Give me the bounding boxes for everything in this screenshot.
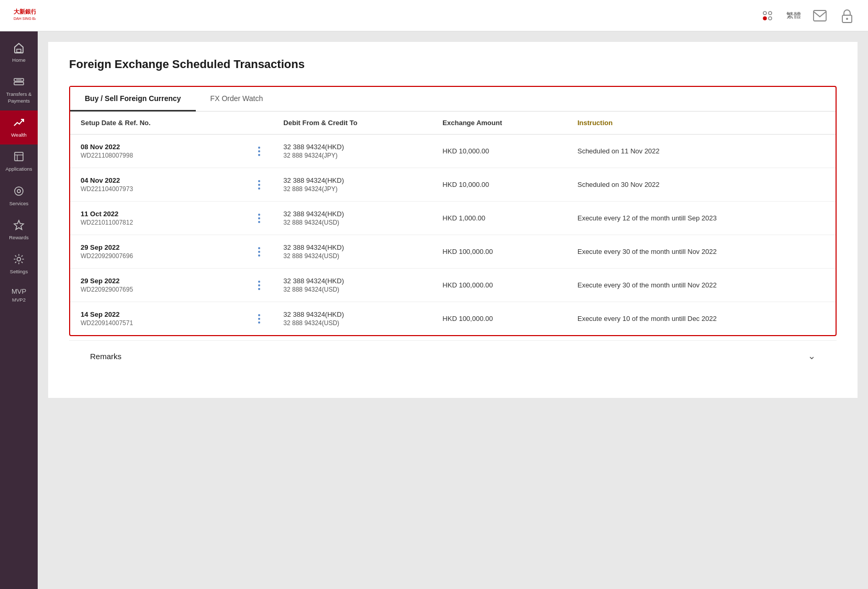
col-header-instruction: Instruction bbox=[567, 112, 836, 135]
more-menu-cell[interactable] bbox=[246, 168, 273, 202]
debit-account: 32 388 94324(HKD) bbox=[283, 210, 421, 218]
more-options-icon[interactable] bbox=[256, 145, 262, 158]
more-menu-cell[interactable] bbox=[246, 269, 273, 302]
ref-number: WD221011007812 bbox=[81, 219, 235, 226]
mail-icon[interactable] bbox=[811, 7, 828, 24]
mvp2-icon: MVP bbox=[12, 288, 26, 295]
app-layout: Home Transfers &Payments Wealth Applicat… bbox=[0, 31, 868, 589]
table-row: 29 Sep 2022 WD220929007696 32 388 94324(… bbox=[70, 235, 836, 269]
sidebar-item-settings[interactable]: Settings bbox=[0, 247, 38, 281]
more-options-icon[interactable] bbox=[256, 245, 262, 259]
svg-rect-7 bbox=[814, 10, 826, 21]
ref-number: WD221104007973 bbox=[81, 185, 235, 193]
sidebar-item-rewards[interactable]: Rewards bbox=[0, 213, 38, 247]
more-menu-cell[interactable] bbox=[246, 202, 273, 235]
settings-icon bbox=[13, 253, 25, 266]
col-header-menu bbox=[246, 112, 273, 135]
tabs: Buy / Sell Foreign Currency FX Order Wat… bbox=[70, 87, 836, 112]
home-label: Home bbox=[12, 57, 25, 63]
instruction-cell: Execute every 12 of the month untill Sep… bbox=[567, 202, 836, 235]
credit-account: 32 888 94324(JPY) bbox=[283, 152, 421, 159]
svg-point-5 bbox=[763, 17, 766, 20]
main-content: Foreign Exchange Scheduled Transactions … bbox=[38, 31, 868, 589]
more-options-icon[interactable] bbox=[256, 212, 262, 225]
tab-buy-sell[interactable]: Buy / Sell Foreign Currency bbox=[70, 87, 196, 112]
lock-icon[interactable] bbox=[839, 7, 855, 24]
sidebar-item-services[interactable]: Services bbox=[0, 179, 38, 213]
debit-account: 32 388 94324(HKD) bbox=[283, 143, 421, 151]
col-header-setup-date: Setup Date & Ref. No. bbox=[70, 112, 246, 135]
credit-account: 32 888 94324(USD) bbox=[283, 319, 421, 327]
more-options-icon[interactable] bbox=[256, 178, 262, 192]
col-header-debit-credit: Debit From & Credit To bbox=[273, 112, 432, 135]
credit-account: 32 888 94324(USD) bbox=[283, 252, 421, 260]
svg-point-4 bbox=[769, 12, 772, 15]
more-menu-cell[interactable] bbox=[246, 302, 273, 336]
settings-label: Settings bbox=[10, 269, 28, 275]
wealth-label: Wealth bbox=[11, 132, 26, 138]
instruction-cell: Scheduled on 11 Nov 2022 bbox=[567, 135, 836, 168]
sidebar: Home Transfers &Payments Wealth Applicat… bbox=[0, 31, 38, 589]
col-header-exchange-amount: Exchange Amount bbox=[432, 112, 567, 135]
date-value: 11 Oct 2022 bbox=[81, 210, 235, 218]
svg-point-18 bbox=[17, 190, 20, 193]
ref-number: WD220914007571 bbox=[81, 319, 235, 327]
more-options-icon[interactable] bbox=[256, 279, 262, 292]
svg-point-20 bbox=[17, 258, 21, 261]
transactions-table: Setup Date & Ref. No. Debit From & Credi… bbox=[70, 112, 836, 335]
transfers-label: Transfers &Payments bbox=[6, 91, 32, 104]
date-cell: 14 Sep 2022 WD220914007571 bbox=[70, 302, 246, 336]
accounts-cell: 32 388 94324(HKD) 32 888 94324(USD) bbox=[273, 235, 432, 269]
svg-text:DAH SING BANK: DAH SING BANK bbox=[14, 17, 36, 20]
amount-cell: HKD 1,000.00 bbox=[432, 202, 567, 235]
language-button[interactable]: 繁體 bbox=[786, 11, 801, 20]
debit-account: 32 388 94324(HKD) bbox=[283, 310, 421, 318]
credit-account: 32 888 94324(USD) bbox=[283, 219, 421, 226]
table-row: 29 Sep 2022 WD220929007695 32 388 94324(… bbox=[70, 269, 836, 302]
amount-cell: HKD 100,000.00 bbox=[432, 269, 567, 302]
table-row: 08 Nov 2022 WD221108007998 32 388 94324(… bbox=[70, 135, 836, 168]
amount-cell: HKD 100,000.00 bbox=[432, 235, 567, 269]
date-value: 14 Sep 2022 bbox=[81, 310, 235, 318]
sidebar-item-mvp2[interactable]: MVP MVP2 bbox=[0, 282, 38, 309]
credit-account: 32 888 94324(USD) bbox=[283, 286, 421, 293]
amount-cell: HKD 100,000.00 bbox=[432, 302, 567, 336]
sidebar-item-home[interactable]: Home bbox=[0, 36, 38, 70]
instruction-cell: Scheduled on 30 Nov 2022 bbox=[567, 168, 836, 202]
debit-account: 32 388 94324(HKD) bbox=[283, 243, 421, 251]
table-row: 14 Sep 2022 WD220914007571 32 388 94324(… bbox=[70, 302, 836, 336]
table-row: 04 Nov 2022 WD221104007973 32 388 94324(… bbox=[70, 168, 836, 202]
svg-rect-0 bbox=[13, 4, 36, 27]
rewards-label: Rewards bbox=[9, 235, 29, 241]
sidebar-item-wealth[interactable]: Wealth bbox=[0, 110, 38, 145]
tab-fx-order[interactable]: FX Order Watch bbox=[196, 87, 278, 112]
svg-point-6 bbox=[769, 17, 772, 20]
svg-text:大新銀行: 大新銀行 bbox=[13, 8, 36, 15]
sidebar-item-transfers[interactable]: Transfers &Payments bbox=[0, 70, 38, 110]
transfers-icon bbox=[13, 76, 25, 89]
svg-point-3 bbox=[763, 12, 766, 15]
date-cell: 29 Sep 2022 WD220929007695 bbox=[70, 269, 246, 302]
svg-marker-19 bbox=[14, 220, 24, 230]
table-container: Buy / Sell Foreign Currency FX Order Wat… bbox=[69, 86, 837, 336]
credit-account: 32 888 94324(JPY) bbox=[283, 185, 421, 193]
sidebar-item-applications[interactable]: Applications bbox=[0, 145, 38, 179]
svg-point-17 bbox=[15, 187, 23, 195]
date-value: 04 Nov 2022 bbox=[81, 176, 235, 184]
ref-number: WD220929007696 bbox=[81, 252, 235, 260]
date-value: 29 Sep 2022 bbox=[81, 243, 235, 251]
page-title: Foreign Exchange Scheduled Transactions bbox=[69, 58, 837, 71]
date-value: 08 Nov 2022 bbox=[81, 143, 235, 151]
date-cell: 08 Nov 2022 WD221108007998 bbox=[70, 135, 246, 168]
amount-cell: HKD 10,000.00 bbox=[432, 135, 567, 168]
more-options-icon[interactable] bbox=[256, 312, 262, 326]
remarks-row[interactable]: Remarks ⌄ bbox=[69, 340, 837, 371]
instruction-cell: Execute every 10 of the month untill Dec… bbox=[567, 302, 836, 336]
more-menu-cell[interactable] bbox=[246, 135, 273, 168]
date-cell: 11 Oct 2022 WD221011007812 bbox=[70, 202, 246, 235]
more-menu-cell[interactable] bbox=[246, 235, 273, 269]
apps-icon[interactable] bbox=[759, 7, 776, 24]
accounts-cell: 32 388 94324(HKD) 32 888 94324(USD) bbox=[273, 202, 432, 235]
debit-account: 32 388 94324(HKD) bbox=[283, 176, 421, 184]
accounts-cell: 32 388 94324(HKD) 32 888 94324(JPY) bbox=[273, 135, 432, 168]
